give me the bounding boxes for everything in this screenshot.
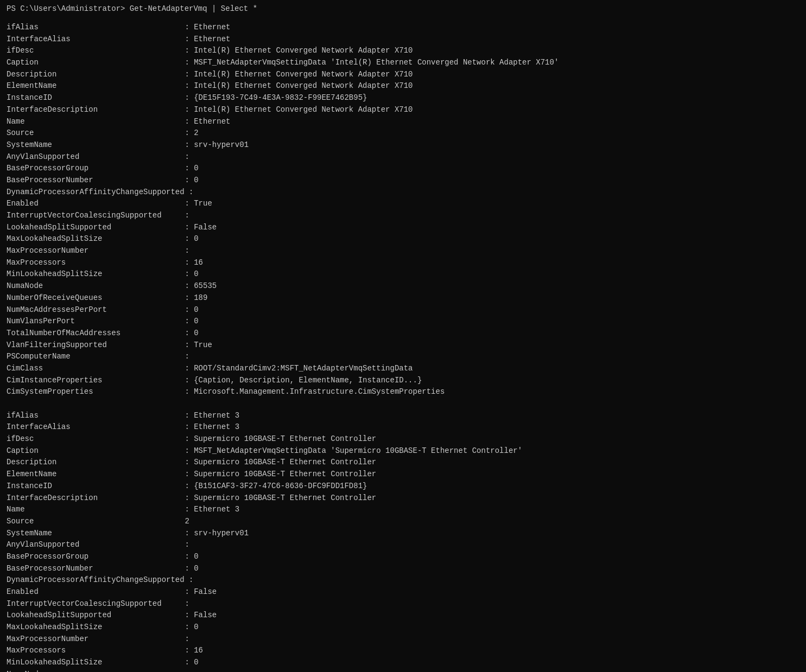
- prop-name: TotalNumberOfMacAddresses: [7, 328, 180, 340]
- prop-name: ElementName: [7, 469, 180, 481]
- prop-sep: :: [180, 22, 194, 34]
- prop-sep: :: [180, 69, 194, 81]
- prop-sep: :: [180, 528, 194, 540]
- prop-name: InterruptVectorCoalescingSupported: [7, 598, 180, 610]
- prop-name: VlanFilteringSupported: [7, 340, 180, 351]
- prop-value: 16: [194, 257, 203, 269]
- prop-value: 0: [194, 304, 198, 316]
- prop-name: SystemName: [7, 139, 180, 151]
- prop-sep: :: [180, 257, 194, 269]
- prop-name: InterfaceAlias: [7, 34, 180, 46]
- prop-row: NumberOfReceiveQueues : 189: [7, 292, 799, 304]
- prop-sep: :: [180, 363, 194, 375]
- prop-value: Supermicro 10GBASE-T Ethernet Controller: [194, 492, 376, 504]
- prop-sep: :: [180, 34, 194, 46]
- prop-sep: :: [180, 457, 194, 469]
- prop-value: 0: [194, 268, 198, 280]
- prop-name: DynamicProcessorAffinityChangeSupported: [7, 574, 185, 586]
- prop-row: SystemName : srv-hyperv01: [7, 528, 799, 540]
- prop-name: InterfaceAlias: [7, 421, 180, 433]
- prop-name: Description: [7, 69, 180, 81]
- output-block-1: ifAlias : EthernetInterfaceAlias : Ether…: [7, 22, 799, 398]
- prop-sep: :: [180, 551, 194, 563]
- prop-value: srv-hyperv01: [194, 139, 249, 151]
- prop-value: False: [194, 586, 217, 598]
- prop-row: Enabled : True: [7, 198, 799, 210]
- prop-name: ElementName: [7, 80, 180, 92]
- prop-value: 0: [194, 563, 198, 575]
- prop-row: Caption : MSFT_NetAdapterVmqSettingData …: [7, 57, 799, 69]
- prop-sep: :: [180, 210, 194, 222]
- prop-row: InstanceID : {DE15F193-7C49-4E3A-9832-F9…: [7, 92, 799, 104]
- prop-name: CimClass: [7, 363, 180, 375]
- prop-name: Source: [7, 516, 180, 528]
- prop-sep: :: [180, 563, 194, 575]
- prop-name: BaseProcessorGroup: [7, 551, 180, 563]
- prop-row: LookaheadSplitSupported : False: [7, 610, 799, 622]
- prop-name: MaxProcessors: [7, 645, 180, 657]
- prop-row: ifDesc : Intel(R) Ethernet Converged Net…: [7, 45, 799, 57]
- prop-row: BaseProcessorNumber : 0: [7, 563, 799, 575]
- prop-row: MaxProcessors : 16: [7, 645, 799, 657]
- prop-value: Intel(R) Ethernet Converged Network Adap…: [194, 69, 412, 81]
- prop-row: Source 2: [7, 516, 799, 528]
- prop-row: AnyVlanSupported :: [7, 151, 799, 163]
- prop-value: 0: [194, 551, 198, 563]
- prop-value: Intel(R) Ethernet Converged Network Adap…: [194, 45, 412, 57]
- prop-sep: :: [180, 610, 194, 622]
- prop-row: InterruptVectorCoalescingSupported :: [7, 598, 799, 610]
- prop-value: {Caption, Description, ElementName, Inst…: [194, 375, 422, 387]
- prop-sep: :: [180, 633, 194, 645]
- prop-sep: :: [180, 151, 194, 163]
- prop-name: NumaNode: [7, 280, 180, 292]
- prop-sep: :: [180, 421, 194, 433]
- prop-sep: :: [180, 539, 194, 551]
- prop-row: SystemName : srv-hyperv01: [7, 139, 799, 151]
- prop-value: 65535: [194, 280, 217, 292]
- prop-name: MaxProcessorNumber: [7, 633, 180, 645]
- prop-name: ifAlias: [7, 22, 180, 34]
- prop-row: Enabled : False: [7, 586, 799, 598]
- prop-name: InstanceID: [7, 92, 180, 104]
- terminal-window: PS C:\Users\Administrator> Get-NetAdapte…: [0, 0, 806, 672]
- prop-sep: :: [180, 292, 194, 304]
- prop-name: CimInstanceProperties: [7, 375, 180, 387]
- prop-value: Supermicro 10GBASE-T Ethernet Controller: [194, 469, 376, 481]
- prop-value: True: [194, 198, 212, 210]
- prop-row: InterfaceAlias : Ethernet: [7, 34, 799, 46]
- prop-sep: :: [180, 386, 194, 398]
- prop-name: NumMacAddressesPerPort: [7, 304, 180, 316]
- prop-sep: :: [180, 45, 194, 57]
- prop-sep: :: [180, 328, 194, 340]
- prop-name: AnyVlanSupported: [7, 539, 180, 551]
- prop-sep: :: [180, 669, 194, 672]
- prop-sep: :: [180, 139, 194, 151]
- prop-row: Name : Ethernet 3: [7, 504, 799, 516]
- prop-sep: :: [185, 574, 198, 586]
- prop-sep: :: [180, 233, 194, 245]
- prop-row: MaxLookaheadSplitSize : 0: [7, 622, 799, 633]
- prop-name: BaseProcessorNumber: [7, 175, 180, 187]
- prop-sep: :: [180, 116, 194, 128]
- prop-row: ifDesc : Supermicro 10GBASE-T Ethernet C…: [7, 433, 799, 445]
- prop-name: MinLookaheadSplitSize: [7, 657, 180, 669]
- prop-value: False: [194, 222, 217, 234]
- prop-sep: :: [180, 280, 194, 292]
- prop-sep: :: [180, 375, 194, 387]
- prop-value: True: [194, 340, 212, 351]
- prop-name: InterruptVectorCoalescingSupported: [7, 210, 180, 222]
- prop-sep: :: [180, 622, 194, 633]
- prop-row: ifAlias : Ethernet: [7, 22, 799, 34]
- prop-row: DynamicProcessorAffinityChangeSupported …: [7, 574, 799, 586]
- prop-sep: :: [180, 198, 194, 210]
- prop-row: LookaheadSplitSupported : False: [7, 222, 799, 234]
- prop-value: srv-hyperv01: [194, 528, 249, 540]
- prop-sep: :: [180, 340, 194, 351]
- prop-row: TotalNumberOfMacAddresses : 0: [7, 328, 799, 340]
- prop-sep: :: [180, 175, 194, 187]
- prop-value: 2: [194, 127, 198, 139]
- prop-sep: :: [180, 586, 194, 598]
- prop-name: MaxLookaheadSplitSize: [7, 622, 180, 633]
- prop-sep: :: [180, 469, 194, 481]
- prop-name: Name: [7, 504, 180, 516]
